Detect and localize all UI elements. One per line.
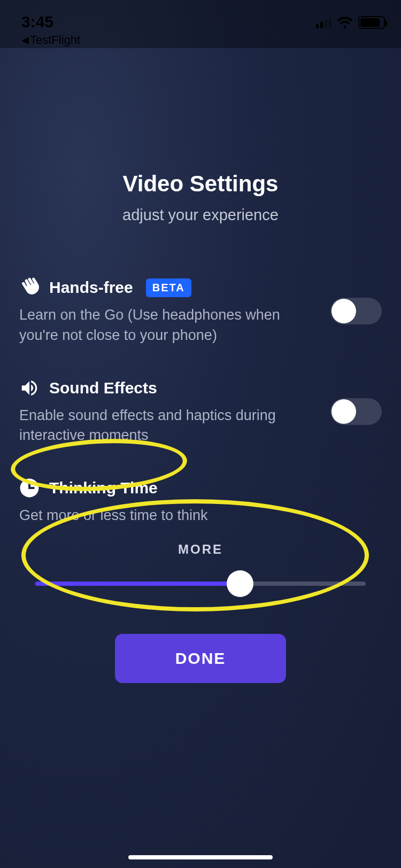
setting-sound-effects: Sound Effects Enable sound effects and h…	[19, 378, 382, 446]
setting-thinking-time: Thinking Time Get more or less time to t…	[19, 478, 382, 586]
handsfree-desc: Learn on the Go (Use headphones when you…	[19, 305, 297, 346]
clock-icon	[19, 478, 40, 498]
thinking-desc: Get more or less time to think	[19, 506, 297, 526]
speaker-icon	[19, 378, 40, 398]
handsfree-title: Hands-free	[49, 278, 133, 297]
page-title: Video Settings	[19, 171, 382, 197]
sound-toggle[interactable]	[330, 398, 382, 425]
slider-label: MORE	[35, 542, 366, 557]
beta-badge: BETA	[146, 278, 191, 297]
page-subtitle: adjust your experience	[19, 206, 382, 224]
settings-screen: Video Settings adjust your experience Ha…	[0, 0, 401, 868]
home-indicator[interactable]	[128, 855, 273, 859]
thinking-time-slider[interactable]	[35, 582, 366, 586]
thinking-title: Thinking Time	[49, 479, 158, 497]
slider-knob[interactable]	[227, 570, 253, 597]
sound-title: Sound Effects	[49, 379, 157, 397]
setting-handsfree: Hands-free BETA Learn on the Go (Use hea…	[19, 277, 382, 346]
handsfree-toggle[interactable]	[330, 298, 382, 324]
sound-desc: Enable sound effects and haptics during …	[19, 406, 297, 446]
done-button[interactable]: DONE	[115, 634, 286, 683]
wave-hand-icon	[19, 277, 40, 298]
